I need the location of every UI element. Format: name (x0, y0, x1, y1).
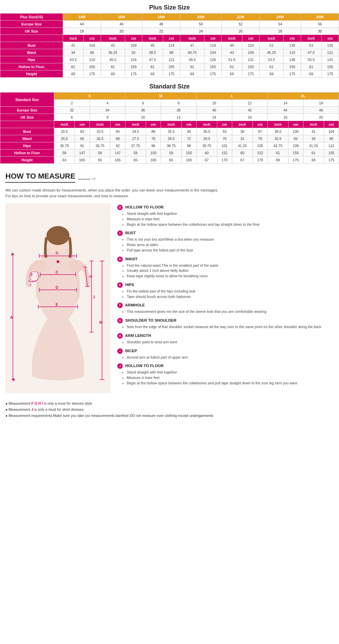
std-waist-row: Waist 25.565 26.568 27.570 28.572 29.575… (0, 135, 339, 142)
svg-text:D: D (56, 285, 58, 289)
plus-hips-row: Hips 43.5110 45.5116 47.5121 49.5126 51.… (0, 56, 339, 63)
plus-unit-row: inch cm inch cm inch cm inch cm inch cm … (0, 35, 339, 42)
footnote-1: ● Measurement F G H I is only a must for… (5, 401, 334, 407)
plus-size-section: Plus Size Size Plus Size(US) 14W 16W 18W… (0, 4, 339, 78)
svg-text:A: A (10, 315, 13, 319)
std-header-row: Standard Size S M L XL (0, 93, 339, 100)
svg-point-3 (46, 226, 69, 245)
footnotes-section: ● Measurement F G H I is only a must for… (0, 397, 339, 424)
standard-size-section: Standard Size Standard Size S M L XL 2 4… (0, 83, 339, 164)
measure-hollow-floor-j: J HOLLOW TO FLOOR Stand straight with fe… (117, 363, 334, 386)
svg-text:H: H (89, 275, 92, 279)
svg-text:B: B (99, 320, 102, 324)
how-to-measure-title: HOW TO MEASURE (5, 172, 75, 183)
arrow-icon: ——→ (78, 175, 96, 182)
measure-armhole-f: F ARMHOLE This measurement gives me the … (117, 303, 334, 315)
measure-hips-e: E HIPS Fin the widest part of the hips i… (117, 282, 334, 300)
plus-hollow-row: Hollow to Floor 61155 61155 61155 61155 … (0, 63, 339, 71)
std-unit-row: inchcm inchcm inchcm inchcm inchcm inchc… (0, 121, 339, 128)
measure-shoulder-g: G SHOULDER TO SHOULDER Now from the edge… (117, 318, 334, 330)
plus-height-row: Height 69175 69175 69175 69175 69175 691… (0, 71, 339, 78)
measure-bust-c: C BUST This is not your bra size!Wear a … (117, 230, 334, 253)
standard-size-table: Standard Size S M L XL 2 4 6 8 10 12 14 … (0, 92, 339, 164)
measure-waist-d: D WAIST Find the natural waist.This is t… (117, 257, 334, 279)
dress-diagram-svg: A B G F C I (5, 203, 111, 393)
plus-europe-row: Europe Size 44 46 48 50 52 54 56 (0, 21, 339, 28)
plus-header-row: Plus Size(US) 14W 16W 18W 20W 22W 24W 26… (0, 14, 339, 21)
svg-text:I: I (30, 283, 31, 287)
svg-text:J: J (93, 295, 95, 299)
measure-bicep-i: I BICEP Around arm at fullest part of up… (117, 348, 334, 360)
plus-bust-row: Bust 41104 43109 45114 47119 49124 51130… (0, 42, 339, 49)
letter-b: B (117, 205, 123, 210)
std-bust-row: Bust 32.583 33.584 34.588 35.590 36.593 … (0, 128, 339, 135)
letter-d: D (117, 257, 123, 262)
plus-size-table: Plus Size(US) 14W 16W 18W 20W 22W 24W 26… (0, 13, 339, 78)
svg-text:E: E (56, 302, 58, 306)
measurements-list: B HOLLOW TO FLOOR Stand straight with fe… (117, 203, 334, 389)
plus-col-label: Plus Size(US) (0, 14, 63, 21)
footnote-3: ● Measurement requirements:Make sure you… (5, 413, 334, 419)
how-content-area: A B G F C I (5, 203, 334, 394)
how-intro-text: We can custom made dresses by measuremen… (5, 187, 334, 199)
plus-size-title: Plus Size Size (0, 4, 339, 11)
letter-c: C (117, 230, 123, 236)
how-to-measure-section: HOW TO MEASURE ——→ We can custom made dr… (0, 165, 339, 397)
svg-text:G: G (56, 251, 59, 255)
standard-size-title: Standard Size (0, 83, 339, 90)
footnote-2: ● Measurement J is only a must for short… (5, 407, 334, 413)
letter-g: G (117, 318, 123, 323)
letter-e: E (117, 282, 123, 288)
svg-text:F: F (31, 273, 33, 277)
std-hips-row: Hips 35.7591 36.7592 37.7596 38.7598 39.… (0, 142, 339, 149)
measure-hollow-to-floor-b: B HOLLOW TO FLOOR Stand straight with fe… (117, 205, 334, 227)
plus-waist-row: Waist 3486 36.2592 38.598 40.75104 43109… (0, 49, 339, 56)
std-hollow-row: Hollow to Floor 58147 58147 59150 59150 … (0, 149, 339, 157)
std-europe-row: Europe Size 32 34 36 38 40 42 44 46 (0, 107, 339, 114)
svg-text:C: C (56, 270, 58, 274)
std-uk-row: UK Size 6 8 10 12 14 16 18 20 (0, 114, 339, 121)
std-height-row: Height 63160 65165 65165 65165 67170 671… (0, 157, 339, 164)
dress-figure-area: A B G F C I (5, 203, 111, 394)
svg-point-39 (57, 260, 59, 263)
letter-j: J (117, 363, 123, 369)
plus-uk-row: UK Size 18 20 22 24 26 28 30 (0, 28, 339, 35)
letter-h: H (117, 333, 123, 339)
letter-i: I (117, 348, 123, 354)
measure-arm-length-h: H ARM LENGTH Shoulder point to wrist arm… (117, 333, 334, 345)
letter-f: F (117, 303, 123, 308)
